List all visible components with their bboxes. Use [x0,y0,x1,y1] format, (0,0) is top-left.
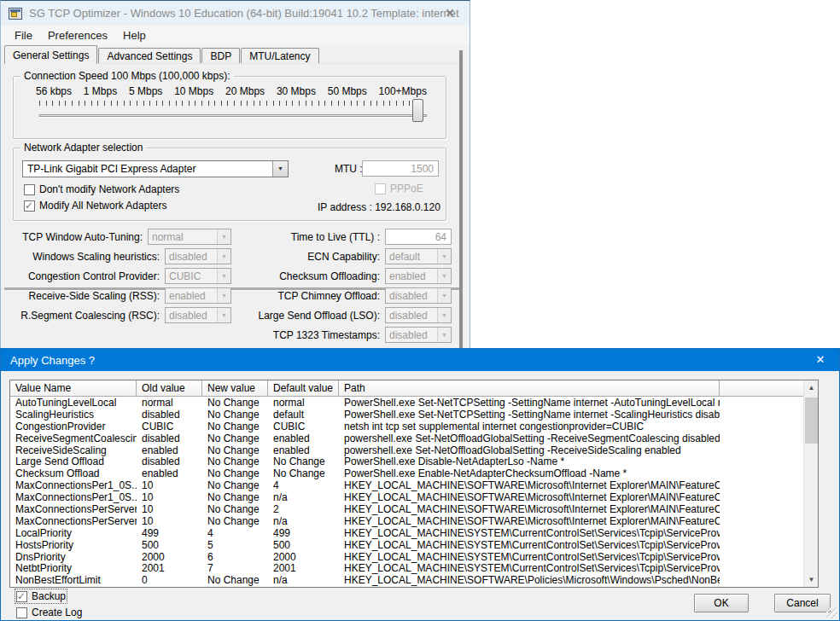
dialog-titlebar[interactable]: Apply Changes ? ✕ [1,349,839,371]
cell-new-value: No Change [202,398,268,409]
ttl-row: Time to Live (TTL) : 64 [225,229,452,245]
cell-path: HKEY_LOCAL_MACHINE\SYSTEM\CurrentControl… [339,528,720,540]
setting-dropdown-value: default [386,249,437,264]
ok-button[interactable]: OK [694,594,749,612]
cancel-button[interactable]: Cancel [774,594,831,612]
column-header-value-name[interactable]: Value Name [10,380,137,396]
left-settings-column: TCP Window Auto-Tuning: normal ▼ Windows… [8,229,231,327]
titlebar[interactable]: SG TCP Optimizer - Windows 10 Education … [1,1,470,26]
table-row[interactable]: ReceiveSideScaling enabled No Change ena… [10,445,803,457]
cell-old-value: 10 [137,492,202,504]
speed-mark-label: 100+Mbps [379,85,427,97]
create-log-checkbox[interactable]: Create Log [16,606,82,618]
cell-new-value: No Change [202,504,268,516]
setting-row: TCP 1323 Timestamps: disabled ▼ [225,327,452,343]
right-settings-rows: ECN Capability: default ▼ Checksum Offlo… [225,248,452,343]
slider-thumb[interactable] [412,99,423,122]
setting-label: TCP 1323 Timestamps: [225,329,385,341]
backup-checkbox[interactable]: Backup [16,590,66,602]
tab-bdp[interactable]: BDP [201,48,240,64]
table-row[interactable]: Checksum Offload enabled No Change No Ch… [10,468,803,480]
cell-default-value: 2000 [268,552,339,564]
cell-old-value: enabled [137,468,202,480]
setting-label: Large Send Offload (LSO): [225,310,385,322]
cell-old-value: 500 [137,540,202,552]
modify-all-checkbox[interactable]: Modify All Network Adapters [24,200,166,212]
cell-default-value: n/a [268,516,339,528]
ttl-field: 64 [385,229,452,245]
cell-default-value: 2001 [268,563,339,575]
table-row[interactable]: ReceiveSegmentCoalescing disabled No Cha… [10,433,803,445]
column-header-old-value[interactable]: Old value [137,380,202,396]
column-header-default-value[interactable]: Default value [268,380,339,396]
cell-new-value: No Change [202,492,268,504]
cell-old-value: 10 [137,516,202,528]
checkbox-icon [375,183,386,194]
table-row[interactable]: MaxConnectionsPerServer 10 No Change n/a… [10,516,803,528]
table-row[interactable]: MaxConnectionsPerServer 10 No Change 2 H… [10,504,803,516]
cell-value-name: CongestionProvider [10,421,137,433]
tab-general-settings[interactable]: General Settings [4,45,97,64]
pppoe-checkbox: PPPoE [375,183,423,194]
network-adapter-group: Network Adapter selection TP-Link Gigabi… [13,148,446,221]
column-header-path[interactable]: Path [339,380,720,396]
mtu-field: 1500 [362,160,439,177]
app-icon [9,8,22,20]
table-row[interactable]: NonBestEffortLimit 0 No Change n/a HKEY_… [10,575,803,587]
table-row[interactable]: CongestionProvider CUBIC No Change CUBIC… [10,421,803,433]
setting-label: R.Segment Coalescing (RSC): [8,310,165,322]
tab-mtu-latency[interactable]: MTU/Latency [241,48,318,64]
table-row[interactable]: AutoTuningLevelLocal normal No Change no… [10,398,803,409]
mtu-label: MTU : [335,163,363,175]
table-row[interactable]: LocalPriority 499 4 499 HKEY_LOCAL_MACHI… [10,528,803,540]
scroll-up-icon[interactable]: ▲ [804,380,819,395]
table-row[interactable]: Large Send Offload disabled No Change No… [10,456,803,468]
setting-label: TCP Chimney Offload: [225,290,385,302]
column-header-new-value[interactable]: New value [202,380,268,396]
setting-dropdown: disabled ▼ [165,248,231,264]
close-icon[interactable]: ✕ [440,5,459,21]
cell-new-value: No Change [202,516,268,528]
chevron-down-icon[interactable]: ▼ [272,161,288,177]
tab-advanced-settings[interactable]: Advanced Settings [98,48,201,64]
table-row[interactable]: MaxConnectionsPer1_0S... 10 No Change 4 … [10,480,803,492]
tab-page-right-edge [459,50,463,351]
connection-speed-label: Connection Speed 100 Mbps (100,000 kbps)… [20,70,234,82]
vertical-scrollbar[interactable]: ▲ ▼ [803,380,818,587]
slider-track[interactable] [39,114,427,117]
column-header-filler [720,380,803,396]
scroll-down-icon[interactable]: ▼ [804,572,819,587]
table-row[interactable]: ScalingHeuristics disabled No Change def… [10,409,803,421]
cell-path: HKEY_LOCAL_MACHINE\SOFTWARE\Microsoft\In… [339,516,720,528]
adapter-select[interactable]: TP-Link Gigabit PCI Express Adapter ▼ [22,160,289,177]
table-row[interactable]: NetbtPriority 2001 7 2001 HKEY_LOCAL_MAC… [10,563,803,575]
resize-grip[interactable] [826,607,837,618]
cell-new-value: 6 [202,552,268,564]
cell-value-name: DnsPriority [10,552,137,564]
setting-dropdown-value: disabled [166,249,217,264]
menu-item[interactable]: Preferences [40,26,115,44]
speed-mark-label: 50 Mbps [328,85,367,97]
setting-row: TCP Window Auto-Tuning: normal ▼ [8,229,231,245]
close-icon[interactable]: ✕ [810,352,831,368]
cell-path: powershell.exe Set-NetOffloadGlobalSetti… [339,445,720,457]
setting-row: Windows Scaling heuristics: disabled ▼ [8,248,231,264]
scrollbar-thumb[interactable] [805,398,818,444]
table-row[interactable]: HostsPriority 500 5 500 HKEY_LOCAL_MACHI… [10,540,803,552]
cell-filler [720,468,803,480]
speed-mark-label: 1 Mbps [84,85,117,97]
table-row[interactable]: MaxConnectionsPer1_0S... 10 No Change n/… [10,492,803,504]
setting-dropdown-value: disabled [166,308,217,322]
cell-old-value: normal [137,398,202,409]
cell-value-name: MaxConnectionsPer1_0S... [10,492,137,504]
cell-filler [720,575,803,587]
menu-item[interactable]: File [7,26,40,44]
dont-modify-checkbox[interactable]: Don't modify Network Adapters [24,183,179,195]
network-adapter-label: Network Adapter selection [20,142,146,154]
menu-item[interactable]: Help [115,26,154,44]
cell-filler [720,516,803,528]
setting-row: Receive-Side Scaling (RSS): enabled ▼ [8,287,231,304]
table-row[interactable]: DnsPriority 2000 6 2000 HKEY_LOCAL_MACHI… [10,552,803,564]
menubar: FilePreferencesHelp [1,26,470,45]
setting-row: ECN Capability: default ▼ [225,248,452,264]
